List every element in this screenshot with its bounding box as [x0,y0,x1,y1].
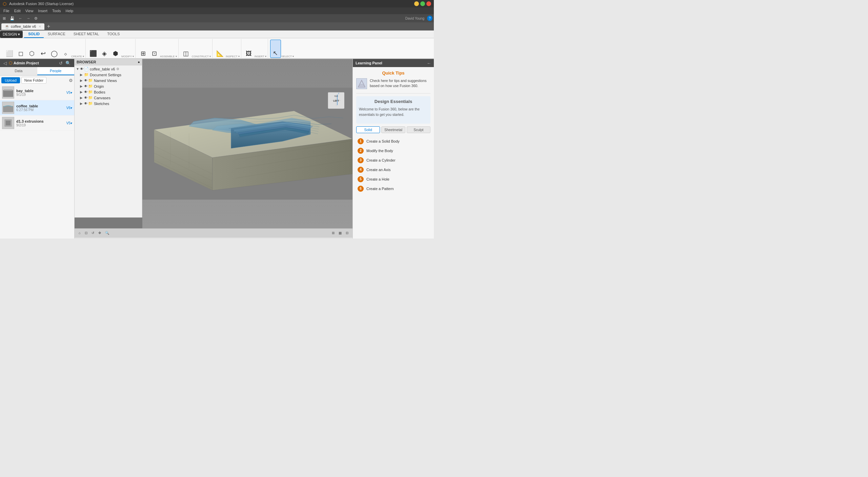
assemble-tool2[interactable]: ⊡ [149,40,160,58]
lp-label-3: Create a Cylinder [366,158,396,162]
tab-data[interactable]: Data [0,67,37,75]
tab-sheet-metal[interactable]: SHEET METAL [69,30,103,38]
eye-named-views[interactable]: 👁 [84,79,87,82]
eye-sketches[interactable]: 👁 [84,102,87,105]
zoom-button[interactable]: 🔍 [104,230,110,235]
tab-people[interactable]: People [37,67,75,75]
folder-origin: 📁 [88,84,93,88]
refresh-icon[interactable]: ↺ [58,60,63,66]
arrow-sketches: ▶ [80,102,84,105]
doc-tab-coffee-table[interactable]: ☕ coffee_table v6 × [1,23,44,30]
menu-insert[interactable]: Insert [36,8,49,14]
inspect-tool1[interactable]: 📐 [215,40,225,58]
doc-tab-close[interactable]: × [39,24,41,28]
lp-item-3[interactable]: 3 Create a Cylinder [356,155,430,165]
tree-item-bodies[interactable]: ▶ 👁 📁 Bodies [75,89,142,95]
insert-tool1[interactable]: 🖼 [243,40,254,58]
file-ver-bay-table[interactable]: V5▾ [66,91,72,95]
doc-tab-icon: ☕ [5,24,9,29]
maximize-button[interactable]: □ [420,1,425,6]
minimize-button[interactable]: − [414,1,419,6]
quick-tips-title: Quick Tips [356,70,430,76]
file-date-coffee-table: 6:27:56 PM [16,108,64,112]
back-icon[interactable]: ◁ [3,60,7,66]
tab-solid[interactable]: SOLID [24,30,44,38]
insert-group: 🖼 INSERT ▾ [242,39,268,58]
save-button[interactable]: 💾 [8,16,16,21]
search-icon[interactable]: 🔍 [65,60,72,66]
lp-item-6[interactable]: 6 Create a Pattern [356,184,430,193]
tree-item-canvases[interactable]: ▶ 👁 📁 Canvases [75,95,142,101]
grid-toggle-button[interactable]: ⊟ [344,230,350,235]
new-component-tool[interactable]: ⬜ [4,40,15,58]
menu-tools[interactable]: Tools [50,8,63,14]
loft-tool[interactable]: ◯ [49,40,60,58]
folder-named-views: 📁 [88,78,93,83]
display-settings-button[interactable]: ⊞ [330,230,336,235]
new-folder-button[interactable]: New Folder [21,77,46,84]
eye-canvases[interactable]: 👁 [84,96,87,100]
menu-edit[interactable]: Edit [12,8,23,14]
lp-item-1[interactable]: 1 Create a Solid Body [356,137,430,146]
modify-tool3[interactable]: ⬢ [110,40,121,58]
tree-item-origin[interactable]: ▶ 👁 📁 Origin [75,83,142,89]
tree-item-settings-icon[interactable]: ⚙ [116,67,119,71]
file-bay-table[interactable]: bay_table 9/1/19 V5▾ [0,85,74,100]
file-d1-extrusions[interactable]: d1.3 extrusions 9/2/19 V5▾ [0,116,74,131]
tree-item-sketches[interactable]: ▶ 👁 📁 Sketches [75,101,142,106]
new-tab-button[interactable]: + [45,23,52,29]
menu-help[interactable]: Help [64,8,76,14]
rib-tool[interactable]: ⬦ [60,40,71,58]
viewport[interactable]: BROWSER ● ▼ 👁 📄 coffee_table v6 ⚙ ▶ [75,59,352,228]
upload-button[interactable]: Upload [1,77,20,83]
menu-file[interactable]: File [1,8,12,14]
file-ver-coffee-table[interactable]: V6▾ [66,106,72,110]
redo-button[interactable]: → [25,16,32,21]
modify-tool1[interactable]: ⬛ [88,40,99,58]
tree-item-root[interactable]: ▼ 👁 📄 coffee_table v6 ⚙ [75,66,142,72]
tab-surface[interactable]: SURFACE [44,30,69,38]
select-tool[interactable]: ↖ [270,40,281,58]
settings-icon[interactable]: ⚙ [33,16,39,21]
revolve-tool[interactable]: ⬡ [26,40,37,58]
view-cube[interactable] [326,62,350,85]
assemble-tool1[interactable]: ⊞ [138,40,148,58]
undo-button[interactable]: ← [17,16,24,21]
tree-item-doc-settings[interactable]: ▶ 📁 Document Settings [75,72,142,78]
lp-tab-solid[interactable]: Solid [356,126,380,133]
extrude-tool[interactable]: ◻ [15,40,26,58]
tree-item-eye[interactable]: 👁 [80,67,83,71]
eye-bodies[interactable]: 👁 [84,90,87,94]
lp-tab-sculpt[interactable]: Sculpt [407,126,430,133]
tab-tools[interactable]: TOOLS [103,30,124,38]
browser-expand-icon[interactable]: ● [138,60,140,64]
home-view-button[interactable]: ⌂ [77,230,82,235]
close-button[interactable]: × [426,1,431,6]
file-ver-d1-extrusions[interactable]: V5▾ [66,121,72,125]
tree-item-named-views[interactable]: ▶ 👁 📁 Named Views [75,78,142,83]
construct-tool1[interactable]: ◫ [181,40,191,58]
help-icon[interactable]: ? [427,16,432,21]
eye-origin[interactable]: 👁 [84,84,87,88]
design-dropdown[interactable]: DESIGN ▾ [0,31,23,38]
grid-icon[interactable]: ⊞ [1,16,7,21]
lp-num-1: 1 [358,138,364,144]
orbit-button[interactable]: ↺ [90,230,96,235]
tree-item-root-label: coffee_table v6 [90,67,115,71]
fit-view-button[interactable]: ⊡ [83,230,89,235]
file-coffee-table[interactable]: coffee_table 6:27:56 PM V6▾ [0,100,74,116]
fusion-logo: ⬡ [9,61,12,65]
render-mode-button[interactable]: ▦ [337,230,343,235]
pan-button[interactable]: ✥ [97,230,102,235]
right-panel-close[interactable]: ← [427,61,431,66]
sweep-tool[interactable]: ↩ [38,40,48,58]
project-settings-icon[interactable]: ⚙ [69,78,73,83]
lp-item-5[interactable]: 5 Create a Hole [356,174,430,184]
lp-item-2[interactable]: 2 Modify the Body [356,146,430,155]
menu-view[interactable]: View [23,8,36,14]
lp-tab-sheetmetal[interactable]: Sheetmetal [381,126,405,133]
lp-item-4[interactable]: 4 Create an Axis [356,165,430,174]
arrow-canvases: ▶ [80,96,84,100]
app-title: Admin Project [14,61,39,65]
modify-tool2[interactable]: ◈ [99,40,110,58]
